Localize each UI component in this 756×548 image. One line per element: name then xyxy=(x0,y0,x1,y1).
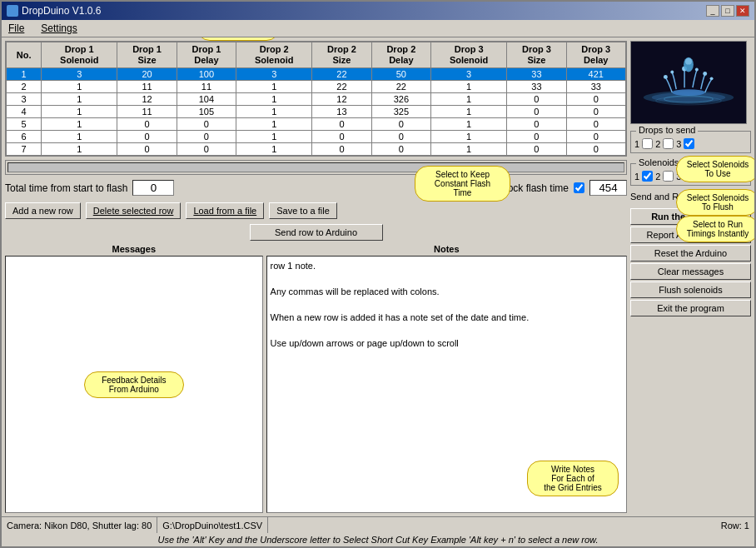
lock-flash-value[interactable] xyxy=(589,180,627,196)
action-buttons: Add a new row Delete selected row Load f… xyxy=(5,201,627,221)
table-row[interactable]: 3112104112326100 xyxy=(7,93,626,106)
app-icon xyxy=(7,5,18,17)
menu-settings[interactable]: Settings xyxy=(37,22,80,35)
notes-panel: Notes row 1 note. Any commas will be rep… xyxy=(266,244,627,513)
reset-arduino-btn[interactable]: Reset the Arduino xyxy=(630,245,751,262)
table-row[interactable]: 5100100100 xyxy=(7,118,626,131)
drop2-label: 2 xyxy=(655,139,660,149)
delete-row-button[interactable]: Delete selected row xyxy=(86,202,182,219)
bottom-area: Messages Feedback DetailsFrom Arduino No… xyxy=(5,244,627,513)
col-d3s: Drop 3Solenoid xyxy=(431,42,507,68)
table-row[interactable]: 7100100100 xyxy=(7,143,626,156)
total-time-label: Total time from start to flash xyxy=(5,182,127,194)
right-panel: Drops to send 1 2 3 Solenoids to flush 1… xyxy=(630,41,751,513)
notes-label: Notes xyxy=(266,244,627,254)
water-drop-svg xyxy=(631,42,746,124)
svg-point-5 xyxy=(670,70,674,73)
col-d2d: Drop 2Delay xyxy=(371,42,430,68)
svg-point-3 xyxy=(672,89,704,96)
messages-label: Messages xyxy=(5,244,263,254)
menu-bar: File Settings xyxy=(2,20,754,37)
time-controls-wrapper: Select to KeepConstant FlashTime Total t… xyxy=(5,178,627,197)
drops-row: 1 2 3 xyxy=(634,138,747,149)
add-row-button[interactable]: Add a new row xyxy=(5,202,81,219)
svg-point-8 xyxy=(703,72,707,76)
table-row[interactable]: 132010032250333421 xyxy=(7,68,626,81)
menu-file[interactable]: File xyxy=(5,22,27,35)
run-sequence-btn[interactable]: Run the sequence xyxy=(630,208,751,225)
drops-to-send-group: Drops to send 1 2 3 xyxy=(630,131,751,153)
drop3-checkbox[interactable] xyxy=(684,138,694,149)
title-controls: _ □ ✕ xyxy=(706,5,749,17)
send-and-run-label: Send and Run xyxy=(630,192,689,202)
solenoids-to-flush-group: Solenoids to flush 1 2 3 xyxy=(630,163,751,186)
water-drop-image xyxy=(630,41,747,124)
drop1-label: 1 xyxy=(634,139,639,149)
flush1-label: 1 xyxy=(634,172,639,182)
maximize-btn[interactable]: □ xyxy=(721,5,734,17)
send-row-button[interactable]: Send row to Arduino xyxy=(250,224,383,241)
col-d2sz: Drop 2Size xyxy=(312,42,371,68)
minimize-btn[interactable]: _ xyxy=(706,5,719,17)
report-status-btn[interactable]: Report Arduino status xyxy=(630,227,751,243)
camera-status: Camera: Nikon D80, Shutter lag: 80 xyxy=(2,517,157,533)
table-container: No. Drop 1Solenoid Drop 1Size Drop 1Dela… xyxy=(5,41,627,157)
col-d1sz: Drop 1Size xyxy=(117,42,177,68)
total-time-input[interactable] xyxy=(132,180,174,196)
title-bar-left: DropDuino V1.0.6 xyxy=(7,5,101,17)
title-bar: DropDuino V1.0.6 _ □ ✕ xyxy=(2,2,754,20)
main-window: DropDuino V1.0.6 _ □ ✕ File Settings Dro… xyxy=(0,0,756,548)
col-d2s: Drop 2Solenoid xyxy=(236,42,312,68)
drop2-checkbox[interactable] xyxy=(663,138,674,149)
file-status: G:\DropDuino\test1.CSV xyxy=(157,517,268,533)
drop1-checkbox[interactable] xyxy=(642,138,653,149)
messages-box: Feedback DetailsFrom Arduino xyxy=(5,256,263,513)
drop3-label: 3 xyxy=(676,139,681,149)
load-from-button[interactable]: Load from a file xyxy=(186,202,264,219)
feedback-callout: Feedback DetailsFrom Arduino xyxy=(84,371,184,398)
solenoids-to-flush-label: Solenoids to flush xyxy=(636,157,714,167)
svg-point-4 xyxy=(664,75,668,79)
clear-messages-btn[interactable]: Clear messages xyxy=(630,263,751,280)
flush3-label: 3 xyxy=(676,172,681,182)
col-d3d: Drop 3Delay xyxy=(566,42,625,68)
time-controls: Total time from start to flash Lock flas… xyxy=(5,178,627,197)
hint-bar: Use the 'Alt' Key and the Underscore let… xyxy=(2,533,754,546)
lock-flash-label: Lock flash time xyxy=(502,182,569,194)
status-bar: Camera: Nikon D80, Shutter lag: 80 G:\Dr… xyxy=(2,516,754,533)
data-table: No. Drop 1Solenoid Drop 1Size Drop 1Dela… xyxy=(6,42,626,156)
lock-flash-checkbox[interactable] xyxy=(574,182,584,193)
messages-panel: Messages Feedback DetailsFrom Arduino xyxy=(5,244,263,513)
svg-point-11 xyxy=(685,57,692,64)
svg-point-9 xyxy=(710,77,714,80)
table-row[interactable]: 6100100100 xyxy=(7,131,626,143)
flush-row: 1 2 3 xyxy=(634,171,747,182)
flush2-checkbox[interactable] xyxy=(663,171,674,182)
flush3-checkbox[interactable] xyxy=(684,171,694,182)
send-and-run-row: Send and Run xyxy=(630,191,751,202)
notes-box[interactable]: row 1 note. Any commas will be replaced … xyxy=(266,256,627,513)
send-and-run-checkbox[interactable] xyxy=(692,191,703,202)
svg-point-7 xyxy=(695,67,699,71)
flush-solenoids-btn[interactable]: Flush solenoids xyxy=(630,281,751,298)
main-content: Drop Size &Delay Timings No. Drop 1Solen… xyxy=(2,37,754,516)
drops-to-send-label: Drops to send xyxy=(636,125,698,135)
left-panel: Drop Size &Delay Timings No. Drop 1Solen… xyxy=(5,41,627,513)
save-to-button[interactable]: Save to a file xyxy=(269,202,337,219)
flush1-checkbox[interactable] xyxy=(642,171,653,182)
flush2-label: 2 xyxy=(655,172,660,182)
close-btn[interactable]: ✕ xyxy=(736,5,749,17)
svg-rect-0 xyxy=(631,42,746,124)
send-row-wrapper: Send row to Arduino xyxy=(5,224,627,241)
row-status: Row: 1 xyxy=(716,517,754,533)
col-d3sz: Drop 3Size xyxy=(507,42,566,68)
right-buttons: Run the sequence Report Arduino status R… xyxy=(630,208,751,318)
exit-program-btn[interactable]: Exit the program xyxy=(630,300,751,316)
col-no: No. xyxy=(7,42,42,68)
col-d1d: Drop 1Delay xyxy=(177,42,236,68)
window-title: DropDuino V1.0.6 xyxy=(22,5,101,17)
table-row[interactable]: 4111105113325100 xyxy=(7,106,626,118)
scrollbar-area[interactable] xyxy=(5,160,627,175)
table-row[interactable]: 2111111222213333 xyxy=(7,81,626,93)
col-d1s: Drop 1Solenoid xyxy=(42,42,117,68)
